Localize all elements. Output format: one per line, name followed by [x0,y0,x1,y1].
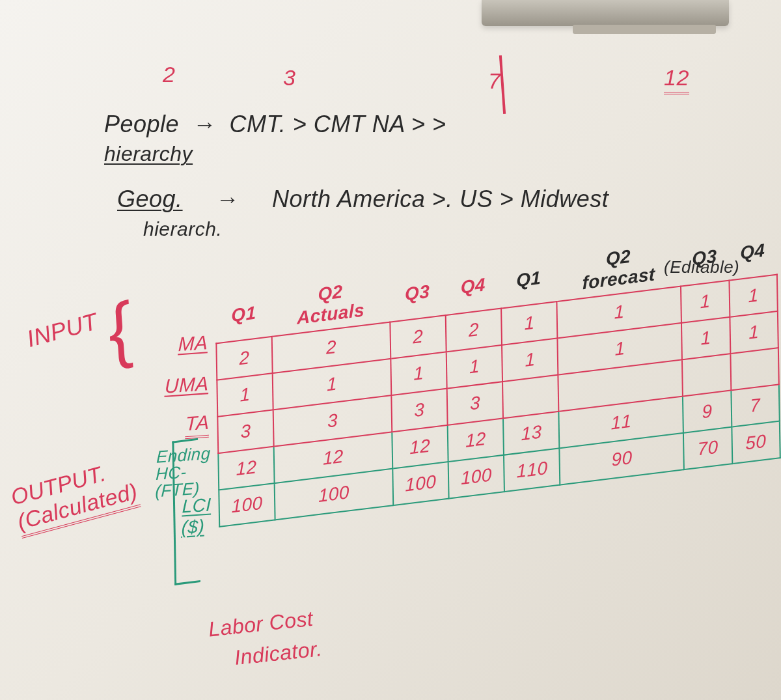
geog-sublabel: hierarch. [143,218,222,240]
input-text: INPUT [24,308,100,352]
cell: 70 [683,427,732,469]
cell: 100 [219,483,275,527]
data-grid: Q1 Q2 Actuals Q3 Q4 Q1 Q2 forecast Q3 Q4… [215,224,781,527]
input-section-label: INPUT { [24,300,131,355]
geog-label: Geog. → North America >. US > Midwest [117,186,609,213]
col-header: Q3 [389,265,446,322]
lci-note-line1: Labor Cost [208,607,315,642]
cell: 100 [392,462,449,505]
cell: 7 [731,384,780,427]
arrow-icon: → [193,111,216,137]
cell: 100 [448,455,505,499]
output-bracket-icon [172,438,200,585]
top-number-4: 12 [664,65,689,94]
arrow-icon: → [215,186,239,212]
cell: 1 [501,301,558,345]
top-number-3: 7 [488,68,500,94]
people-label: People → CMT. > CMT NA > > [104,111,446,138]
row-label-uma: UMA [164,372,209,398]
geog-path: North America >. US > Midwest [272,186,609,212]
cell: 110 [504,448,560,492]
people-word: People [104,111,179,137]
cell: 1 [681,281,730,323]
cell: 50 [732,421,780,464]
col-header: Q1 [215,286,272,343]
curly-brace-icon: { [103,313,134,347]
cell: 1 [681,317,730,359]
output-section-label: OUTPUT. (Calculated) [8,454,141,539]
col-header: Q1 [500,251,557,309]
col-header: Q4 [728,224,777,280]
cell: 9 [683,390,732,432]
people-sublabel: hierarchy [104,142,193,166]
cell [682,354,731,396]
whiteboard-marker-tray [482,0,729,26]
people-path: CMT. > CMT NA > > [230,111,446,137]
row-label-ta: TA [185,411,210,439]
row-label-ma: MA [178,331,208,356]
geog-word: Geog. [117,186,183,212]
lci-note-line2: Indicator. [233,637,323,670]
top-number-1: 2 [163,62,175,87]
cell: 1 [730,311,778,354]
col-header: Q3 [680,230,729,286]
col-header: Q4 [445,258,501,315]
cell [730,348,779,390]
cell: 2 [390,315,446,359]
cell: 1 [729,275,778,317]
forecast-table-wrap: MA UMA TA Ending HC-(FTE) LCI ($) Q1 Q2 … [215,224,781,527]
top-number-2: 3 [283,65,295,91]
